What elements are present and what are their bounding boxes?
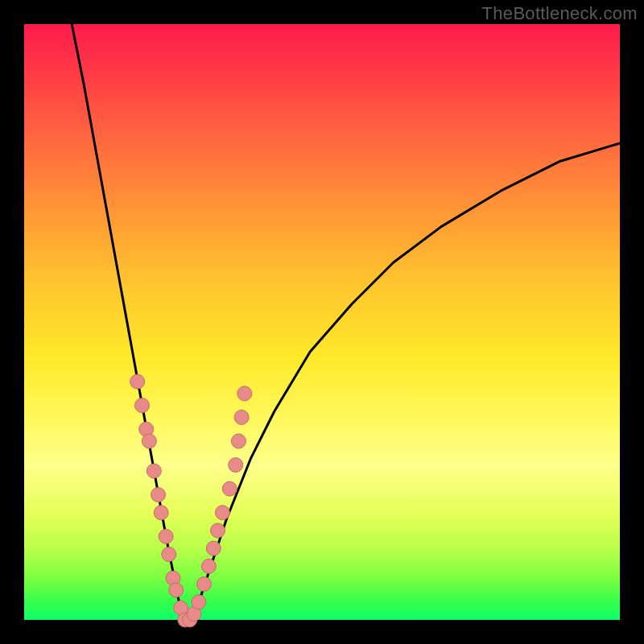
bottleneck-curve	[72, 24, 620, 620]
data-marker	[222, 481, 237, 496]
chart-svg	[24, 24, 620, 620]
watermark-text: TheBottleneck.com	[482, 3, 638, 24]
data-marker	[229, 458, 243, 473]
data-marker	[231, 434, 246, 448]
data-marker	[147, 464, 161, 478]
data-marker	[135, 398, 150, 413]
data-marker	[130, 374, 145, 389]
data-marker	[211, 523, 225, 538]
data-marker	[237, 386, 252, 401]
data-marker	[234, 410, 249, 424]
data-marker	[151, 488, 166, 502]
chart-frame: TheBottleneck.com	[0, 0, 644, 644]
data-marker	[206, 541, 221, 555]
data-marker	[197, 577, 212, 592]
curve-layer	[72, 24, 620, 620]
data-marker	[162, 547, 176, 562]
data-marker	[154, 506, 168, 520]
data-marker	[192, 595, 206, 609]
data-marker	[201, 559, 216, 573]
data-marker	[142, 434, 156, 448]
data-marker	[169, 583, 184, 597]
data-marker	[159, 529, 173, 543]
data-marker	[215, 506, 229, 520]
